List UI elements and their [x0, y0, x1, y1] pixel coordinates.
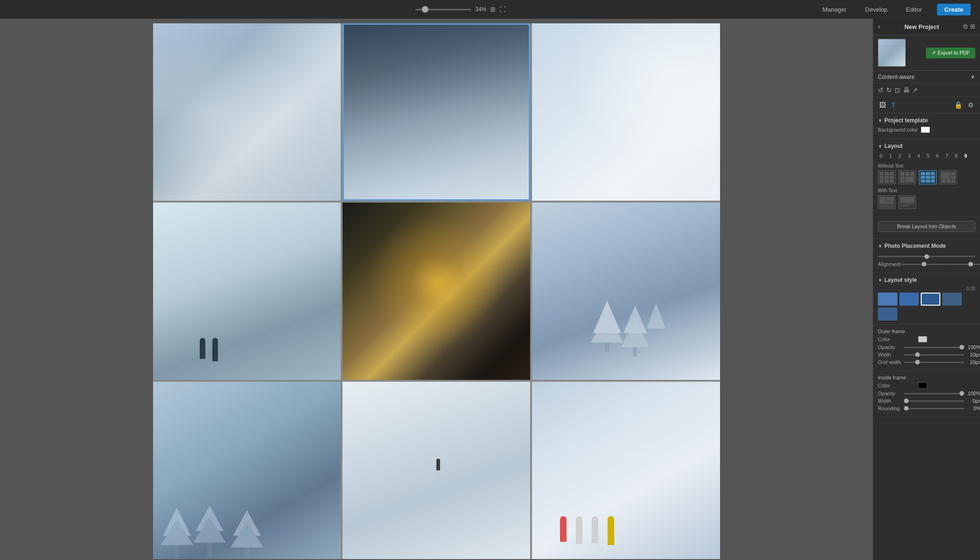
- svg-rect-36: [921, 180, 925, 182]
- preview-thumbnail[interactable]: [878, 39, 906, 67]
- outer-grid-label: Grid width: [878, 359, 901, 365]
- photo-cell-3[interactable]: [532, 23, 720, 201]
- text-tool[interactable]: T: [890, 100, 897, 110]
- layout-num-3[interactable]: 3: [906, 152, 912, 160]
- layout-style-header[interactable]: ▼ Layout style: [878, 277, 975, 283]
- project-template-header[interactable]: ▼ Project template: [878, 117, 975, 124]
- alignment-v-slider[interactable]: [947, 264, 980, 265]
- placement-slider[interactable]: [878, 256, 975, 257]
- content-aware-dropdown[interactable]: ▼: [970, 74, 975, 80]
- undo-button[interactable]: ↺: [878, 86, 883, 94]
- svg-rect-19: [880, 176, 883, 179]
- create-button[interactable]: Create: [937, 4, 971, 15]
- inside-rounding-slider[interactable]: [904, 408, 964, 409]
- layout-num-4[interactable]: 4: [916, 152, 922, 160]
- layout-header[interactable]: ▼ Layout: [878, 143, 975, 149]
- layout-num-1[interactable]: 1: [887, 152, 894, 160]
- panel-back-button[interactable]: ‹: [878, 22, 880, 31]
- panel-icon-copy[interactable]: ⧉: [963, 23, 967, 30]
- nav-editor[interactable]: Editor: [903, 4, 926, 15]
- template-arrow: ▼: [878, 118, 882, 123]
- person-a: [560, 516, 567, 542]
- svg-rect-28: [900, 177, 904, 182]
- alignment-label: Alignment: [878, 261, 901, 267]
- layout-num-9[interactable]: 9: [962, 152, 969, 160]
- outer-frame-section: Outer frame Color Opacity 100% Width 10p…: [873, 325, 980, 371]
- svg-rect-51: [900, 203, 914, 204]
- export-pdf-button[interactable]: ↗ Export to PDF: [926, 48, 975, 58]
- alignment-row: Alignment: [878, 261, 975, 267]
- outer-opacity-val: 100%: [967, 344, 980, 350]
- grid-opt-1[interactable]: [878, 170, 896, 184]
- svg-rect-25: [900, 172, 904, 176]
- panel-icon-grid[interactable]: ⊞: [970, 23, 975, 30]
- print-icon[interactable]: 🖶: [903, 86, 910, 94]
- outer-color-swatch[interactable]: [918, 336, 927, 343]
- svg-rect-47: [887, 202, 894, 203]
- redo-button[interactable]: ↻: [886, 86, 892, 94]
- outer-width-slider[interactable]: [904, 354, 964, 356]
- fit-view-icon[interactable]: ⊞: [490, 6, 496, 13]
- style-swatch-5[interactable]: [878, 308, 897, 321]
- svg-rect-15: [245, 547, 249, 557]
- panel-header: ‹ New Project ⧉ ⊞: [873, 19, 980, 35]
- share-icon[interactable]: ↗: [912, 86, 918, 94]
- photo-cell-7[interactable]: [153, 382, 341, 559]
- style-swatch-4[interactable]: [942, 293, 962, 306]
- outer-frame-title: Outer frame: [878, 329, 975, 334]
- layout-numbers-row: 0 1 2 3 4 5 6 7 8 9: [878, 152, 975, 160]
- panel-tool-row: 🖼 T 🔒 ⚙: [873, 97, 980, 113]
- photo-cell-8[interactable]: [343, 382, 530, 559]
- panel-header-icons: ⧉ ⊞: [963, 23, 975, 30]
- layout-num-8[interactable]: 8: [953, 152, 959, 160]
- fullscreen-icon[interactable]: ⛶: [499, 6, 506, 13]
- with-text-opt-1[interactable]: [878, 195, 896, 209]
- layout-num-5[interactable]: 5: [925, 152, 931, 160]
- photo-placement-header[interactable]: ▼ Photo Placement Mode: [878, 243, 975, 249]
- inside-color-label: Color: [878, 383, 915, 388]
- photo-cell-9[interactable]: [532, 382, 720, 559]
- without-text-options: [878, 170, 975, 184]
- style-swatch-2[interactable]: [899, 293, 919, 306]
- photo-cell-1[interactable]: [153, 23, 341, 201]
- grid-opt-2[interactable]: [898, 170, 916, 184]
- person-1: [200, 338, 205, 359]
- bg-color-row: Background color: [878, 126, 975, 133]
- zoom-slider[interactable]: [415, 9, 471, 10]
- photo-cell-5[interactable]: [343, 203, 530, 380]
- nav-manager[interactable]: Manager: [819, 4, 850, 15]
- style-swatch-3[interactable]: [921, 293, 940, 306]
- outer-opacity-slider[interactable]: [904, 347, 964, 348]
- photo-cell-4[interactable]: [153, 203, 341, 380]
- svg-rect-34: [926, 176, 930, 179]
- outer-grid-val: 10px: [967, 359, 980, 365]
- layout-num-2[interactable]: 2: [896, 152, 903, 160]
- image-tool[interactable]: 🖼: [878, 100, 887, 110]
- bg-color-swatch[interactable]: [921, 126, 930, 133]
- content-aware-row: Content-aware ▼: [873, 71, 980, 84]
- with-text-opt-2[interactable]: [898, 195, 916, 209]
- something-icon[interactable]: ⊡: [895, 86, 900, 94]
- inside-color-swatch[interactable]: [918, 382, 927, 389]
- outer-color-label: Color: [878, 336, 915, 342]
- style-swatch-1[interactable]: [878, 293, 897, 306]
- grid-opt-4[interactable]: [939, 170, 957, 184]
- outer-grid-slider[interactable]: [904, 362, 964, 363]
- inside-opacity-slider[interactable]: [904, 393, 964, 394]
- grid-opt-3[interactable]: [919, 170, 937, 184]
- photo-cell-2[interactable]: MLF_6199.jpg × ↔ ↺ ⇆ ⬛ ⬜ ⊡ 🗑: [343, 23, 530, 201]
- layout-style-section: ▼ Layout style 0.00: [873, 273, 980, 325]
- break-layout-button[interactable]: Break Layout Into Objects: [878, 221, 975, 232]
- svg-rect-49: [880, 206, 894, 207]
- alignment-h-slider[interactable]: [901, 264, 947, 265]
- lock-icon[interactable]: 🔒: [953, 100, 964, 110]
- svg-rect-39: [941, 172, 950, 179]
- layout-num-0[interactable]: 0: [878, 152, 884, 160]
- inside-width-slider[interactable]: [904, 400, 964, 402]
- layout-num-7[interactable]: 7: [944, 152, 950, 160]
- nav-develop[interactable]: Develop: [861, 4, 891, 15]
- layout-num-6[interactable]: 6: [934, 152, 941, 160]
- photo-cell-6[interactable]: [532, 203, 720, 380]
- panel-settings-icon[interactable]: ⚙: [966, 100, 975, 110]
- frost-trees: [153, 503, 341, 559]
